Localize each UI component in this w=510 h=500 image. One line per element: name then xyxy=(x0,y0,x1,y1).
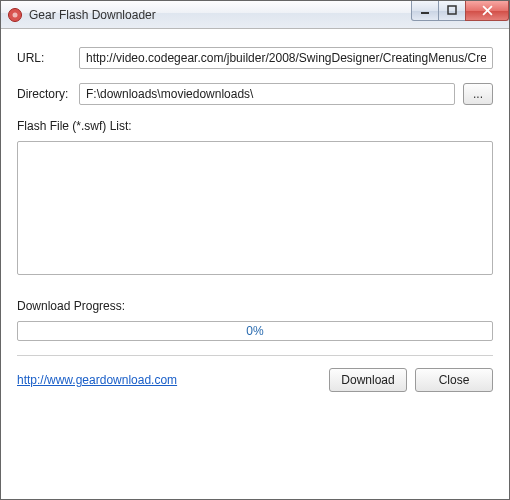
homepage-link[interactable]: http://www.geardownload.com xyxy=(17,373,177,387)
minimize-button[interactable] xyxy=(411,1,439,21)
directory-input[interactable] xyxy=(79,83,455,105)
browse-button[interactable]: ... xyxy=(463,83,493,105)
svg-point-1 xyxy=(13,12,18,17)
close-button[interactable]: Close xyxy=(415,368,493,392)
progress-bar: 0% xyxy=(17,321,493,341)
footer: http://www.geardownload.com Download Clo… xyxy=(17,368,493,392)
app-icon xyxy=(7,7,23,23)
window-controls xyxy=(412,1,509,21)
progress-percent: 0% xyxy=(246,324,263,338)
url-label: URL: xyxy=(17,51,79,65)
main-panel: URL: Directory: ... Flash File (*.swf) L… xyxy=(15,45,495,487)
app-window: Gear Flash Downloader URL: Directory: xyxy=(0,0,510,500)
flash-file-list[interactable] xyxy=(17,141,493,275)
browse-button-label: ... xyxy=(473,87,483,101)
svg-rect-2 xyxy=(421,12,429,14)
directory-label: Directory: xyxy=(17,87,79,101)
filelist-label: Flash File (*.swf) List: xyxy=(17,119,493,133)
download-button[interactable]: Download xyxy=(329,368,407,392)
directory-row: Directory: ... xyxy=(17,83,493,105)
window-title: Gear Flash Downloader xyxy=(29,8,412,22)
close-window-button[interactable] xyxy=(465,1,509,21)
titlebar[interactable]: Gear Flash Downloader xyxy=(1,1,509,29)
url-row: URL: xyxy=(17,47,493,69)
progress-label: Download Progress: xyxy=(17,299,493,313)
content-area: URL: Directory: ... Flash File (*.swf) L… xyxy=(1,29,509,499)
svg-rect-3 xyxy=(448,6,456,14)
maximize-button[interactable] xyxy=(438,1,466,21)
url-input[interactable] xyxy=(79,47,493,69)
separator xyxy=(17,355,493,356)
